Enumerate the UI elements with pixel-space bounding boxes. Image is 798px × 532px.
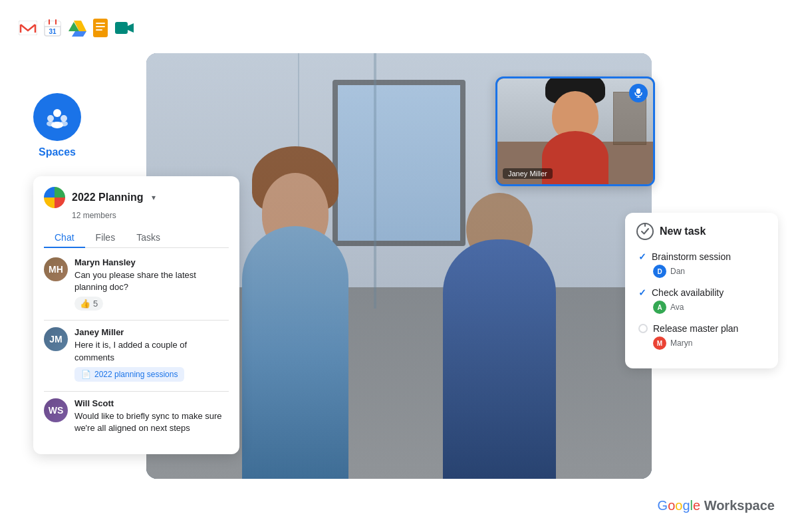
video-thumbnail[interactable]: Janey Miller [495,76,655,186]
svg-point-16 [60,121,68,126]
reaction-count: 5 [93,299,98,309]
svg-point-12 [47,115,54,122]
message-maryn: Can you please share the latest planning… [74,269,229,293]
tab-files[interactable]: Files [85,228,126,248]
svg-rect-9 [96,29,102,31]
check-release [638,324,648,333]
brand-g: G [658,498,668,513]
app-icons-bar: 31 [19,19,134,37]
check-brainstorm: ✓ [638,251,646,262]
svg-point-15 [47,121,55,126]
chat-tabs: Chat Files Tasks [44,228,229,248]
assignee-ava: Ava [670,303,684,312]
thumbs-up-icon: 👍 [80,299,90,309]
avatar-janey: JM [44,327,68,351]
svg-rect-8 [96,26,105,27]
video-name-badge: Janey Miller [503,168,553,179]
chat-divider [44,320,229,321]
svg-text:31: 31 [49,28,57,35]
gmail-icon[interactable] [19,21,37,35]
reaction-maryn[interactable]: 👍 5 [74,297,103,311]
task-assignee-maryn: M Maryn [653,336,767,350]
svg-point-11 [53,109,61,117]
task-item-brainstorm[interactable]: ✓ Brainstorm session D Dan [636,251,767,278]
message-will: Would like to briefly sync to make sure … [74,410,229,434]
svg-rect-17 [636,88,640,94]
chat-content-janey: Janey Miller Here it is, I added a coupl… [74,327,229,381]
new-task-header: New task [636,222,767,241]
google-workspace-brand: Google Workspace [658,498,775,513]
video-mic-icon[interactable] [629,84,648,102]
check-availability: ✓ [638,287,646,298]
calendar-icon[interactable]: 31 [44,19,61,37]
avatar-ava: A [653,301,666,314]
new-task-label: New task [660,225,706,237]
spaces-card[interactable]: Spaces [33,93,81,158]
brand-e: e [693,498,700,513]
svg-rect-6 [93,19,108,37]
chat-divider-2 [44,391,229,392]
drive-icon[interactable] [68,19,86,37]
task-assignee-brainstorm: D Dan [653,265,767,278]
chat-message-will: WS Will Scott Would like to briefly sync… [44,398,229,434]
avatar-maryn: MH [44,257,68,281]
planning-icon [44,187,65,208]
tasks-panel: New task ✓ Brainstorm session D Dan ✓ Ch… [625,213,778,368]
task-name-brainstorm: Brainstorm session [652,251,731,262]
assignee-maryn: Maryn [670,338,692,348]
avatar-will: WS [44,398,68,422]
chat-message-maryn: MH Maryn Hansley Can you please share th… [44,257,229,311]
chat-content-will: Will Scott Would like to briefly sync to… [74,398,229,434]
svg-rect-7 [96,23,105,24]
brand-o2: o [675,498,682,513]
task-icon [636,222,654,241]
svg-rect-10 [115,22,128,34]
sender-maryn: Maryn Hansley [74,257,229,267]
spaces-label: Spaces [39,146,76,158]
assignee-dan: Dan [670,267,685,276]
chat-panel: 2022 Planning ▾ 12 members Chat Files Ta… [33,176,239,454]
meet-icon[interactable] [114,21,134,35]
tab-chat[interactable]: Chat [44,228,85,248]
avatar-maryn-sm: M [653,336,666,350]
docs-icon[interactable] [93,19,108,37]
doc-icon: 📄 [81,370,91,379]
task-assignee-ava: A Ava [653,301,767,314]
sender-will: Will Scott [74,398,229,408]
attachment-planning[interactable]: 📄 2022 planning sessions [74,367,184,382]
task-name-availability: Check availability [652,287,724,298]
chat-panel-title: 2022 Planning [72,192,144,203]
spaces-icon [33,93,81,141]
chat-panel-members: 12 members [72,211,229,220]
dropdown-arrow-icon[interactable]: ▾ [152,193,156,202]
svg-rect-2 [45,21,61,27]
task-item-availability[interactable]: ✓ Check availability A Ava [636,287,767,314]
message-janey: Here it is, I added a couple of comments [74,339,229,363]
chat-panel-header: 2022 Planning ▾ [44,187,229,208]
chat-message-janey: JM Janey Miller Here it is, I added a co… [44,327,229,381]
brand-g2: g [682,498,690,513]
tab-tasks[interactable]: Tasks [126,228,171,248]
brand-o1: o [668,498,675,513]
sender-janey: Janey Miller [74,327,229,337]
svg-point-13 [61,115,67,122]
workspace-text: Workspace [704,498,775,513]
chat-content-maryn: Maryn Hansley Can you please share the l… [74,257,229,311]
task-item-release[interactable]: Release master plan M Maryn [636,323,767,350]
attachment-name: 2022 planning sessions [94,370,178,379]
avatar-dan: D [653,265,666,278]
task-name-release: Release master plan [653,323,738,334]
